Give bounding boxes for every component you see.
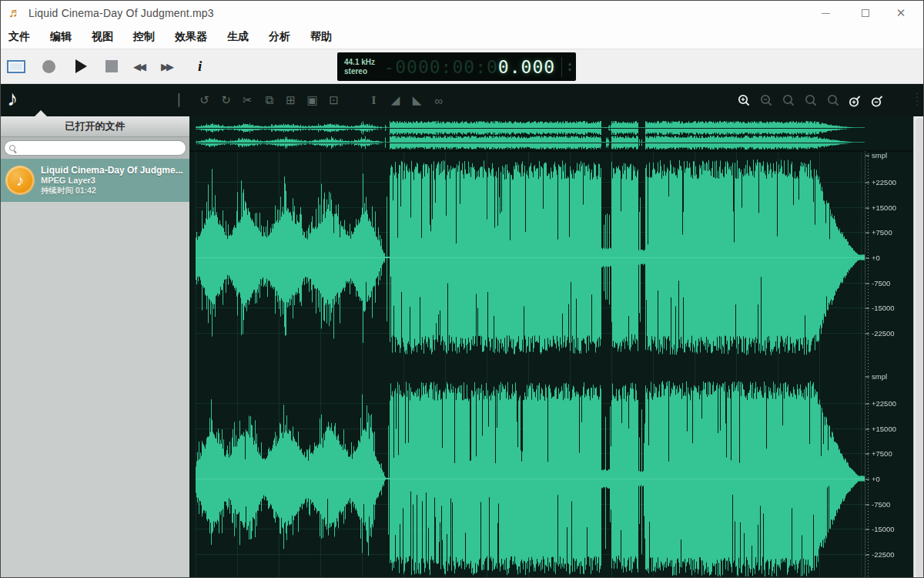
copy-icon[interactable]: ⧉ (263, 93, 276, 107)
paste-icon[interactable]: ▣ (306, 93, 319, 107)
time-display-divider (561, 57, 562, 77)
file-name: Liquid Cinema-Day Of Judgme... (41, 166, 183, 176)
scale-label-ch2: -15000 (872, 525, 895, 533)
scale-label-ch2: -7500 (872, 500, 890, 509)
close-button[interactable]: ✕ (883, 1, 919, 25)
redo-icon[interactable]: ↻ (219, 93, 233, 107)
record-icon (42, 60, 55, 73)
vertical-zoom-in-icon[interactable] (849, 93, 863, 108)
app-window: ♬ Liquid Cinema-Day Of Judgment.mp3 ✕ 文件… (0, 0, 924, 578)
menu-item-edit[interactable]: 编辑 (50, 30, 72, 44)
window-title: Liquid Cinema-Day Of Judgment.mp3 (28, 7, 214, 19)
scale-label-ch1: -15000 (872, 304, 895, 312)
edit-icon-group: ▏↺↻✂⧉⊞▣⊡I◢◣∞ (176, 84, 445, 116)
scale-label-ch2: +22500 (872, 399, 896, 408)
scale-label-ch1: +22500 (872, 178, 896, 187)
stop-button[interactable] (105, 49, 118, 83)
rewind-icon: ◀◀ (133, 61, 144, 72)
scale-label-ch2: +15000 (872, 425, 896, 433)
close-icon: ✕ (896, 6, 906, 20)
menu-item-effects[interactable]: 效果器 (175, 30, 207, 44)
scrollbar-thumb[interactable] (916, 118, 924, 577)
time-value: 0.000 (498, 57, 555, 77)
zoom-out-icon[interactable] (759, 93, 774, 108)
app-icon: ♬ (8, 5, 22, 21)
cut-icon[interactable]: ✂ (241, 93, 254, 107)
menu-bar: 文件编辑视图控制效果器生成分析帮助 (1, 25, 923, 49)
scale-label-ch1: +0 (872, 254, 880, 262)
search-row (1, 137, 189, 159)
stop-icon (105, 60, 118, 72)
record-button[interactable] (42, 49, 55, 83)
info-icon: i (198, 58, 202, 75)
file-list-item[interactable]: ♪ Liquid Cinema-Day Of Judgme... MPEG La… (1, 159, 189, 202)
scale-label-ch1: smpl (872, 151, 887, 160)
opened-files-panel: 已打开的文件 ♪ Liquid Cinema-Day Of Judgme... … (1, 116, 189, 578)
menu-item-generate[interactable]: 生成 (227, 30, 249, 44)
fade-in-icon[interactable]: ◢ (389, 93, 402, 107)
scale-label-ch2: smpl (872, 372, 887, 381)
minimize-icon (822, 13, 830, 14)
search-icon (9, 145, 15, 151)
loop-icon[interactable]: ∞ (432, 94, 445, 107)
play-button[interactable] (75, 49, 87, 83)
toolbar-grip-dots: •••• (916, 92, 919, 109)
minimize-button[interactable] (808, 1, 843, 25)
zoom-selection-icon[interactable] (782, 93, 796, 108)
zoom-fit-icon[interactable] (804, 93, 819, 108)
maximize-button[interactable] (848, 1, 883, 25)
transport-toolbar: ◀◀ ▶▶ i 44.1 kHz stereo -0000:00:00.000 … (1, 49, 923, 84)
file-format: MPEG Layer3 (41, 176, 183, 186)
zoom-icon-group (737, 84, 886, 116)
time-dim-digits: -0000:00:0 (383, 57, 497, 77)
maximize-icon (862, 9, 869, 17)
time-display[interactable]: 44.1 kHz stereo -0000:00:00.000 ▲▼ (337, 52, 576, 81)
scale-label-ch1: +7500 (872, 228, 892, 237)
rewind-button[interactable]: ◀◀ (133, 49, 144, 83)
scale-label-ch2: +7500 (872, 449, 892, 458)
menu-item-analyze[interactable]: 分析 (269, 30, 290, 44)
sample-rate: 44.1 kHz (344, 58, 383, 67)
audio-file-icon: ♪ (5, 166, 35, 195)
scale-label-ch2: +0 (872, 475, 880, 483)
file-duration: 持续时间 01:42 (41, 186, 183, 196)
menu-item-control[interactable]: 控制 (133, 30, 155, 44)
panel-title: 已打开的文件 (65, 119, 126, 133)
file-meta: Liquid Cinema-Day Of Judgme... MPEG Laye… (41, 166, 183, 196)
play-icon (75, 59, 87, 73)
trim-icon[interactable]: ⊡ (327, 93, 340, 107)
ibeam-icon[interactable]: I (367, 94, 380, 107)
time-digits: -0000:00:00.000 (383, 57, 555, 77)
vertical-zoom-out-icon[interactable] (871, 93, 886, 108)
amplitude-scale[interactable]: smpl+22500+15000+7500+0-7500-15000-22500… (865, 151, 913, 578)
duplicate-icon[interactable]: ⊞ (284, 93, 297, 107)
format-readout: 44.1 kHz stereo (337, 58, 383, 76)
undo-icon[interactable]: ↺ (198, 93, 211, 107)
stepper-up-icon: ▲ (567, 61, 572, 66)
edit-toolbar: ♪ ▏↺↻✂⧉⊞▣⊡I◢◣∞ •••• (1, 84, 923, 116)
selection-tool-button[interactable] (7, 49, 25, 83)
zoom-in-icon[interactable] (737, 93, 752, 108)
scale-label-ch1: +15000 (872, 203, 896, 212)
waveform-editor: smpl+22500+15000+7500+0-7500-15000-22500… (189, 116, 924, 578)
scale-label-ch1: -22500 (872, 329, 895, 338)
channel-mode: stereo (344, 67, 383, 76)
title-bar[interactable]: ♬ Liquid Cinema-Day Of Judgment.mp3 ✕ (1, 1, 923, 25)
panel-header: 已打开的文件 (1, 116, 189, 137)
zoom-reset-icon[interactable] (826, 93, 841, 108)
fade-out-icon[interactable]: ◣ (410, 93, 424, 107)
selection-tool-icon (7, 60, 25, 73)
stepper-down-icon: ▼ (567, 67, 572, 72)
cursor-icon[interactable]: ▏ (176, 93, 189, 107)
time-format-stepper[interactable]: ▲▼ (567, 61, 576, 72)
fast-forward-button[interactable]: ▶▶ (161, 49, 172, 83)
menu-item-help[interactable]: 帮助 (310, 30, 332, 44)
search-input[interactable] (4, 140, 186, 156)
panel-pointer (35, 110, 47, 116)
vertical-scrollbar[interactable] (913, 116, 924, 578)
waveform-canvas[interactable] (189, 116, 924, 578)
menu-item-view[interactable]: 视图 (92, 30, 113, 44)
menu-item-file[interactable]: 文件 (8, 30, 30, 44)
info-button[interactable]: i (198, 49, 202, 83)
scale-label-ch1: -7500 (872, 279, 890, 287)
